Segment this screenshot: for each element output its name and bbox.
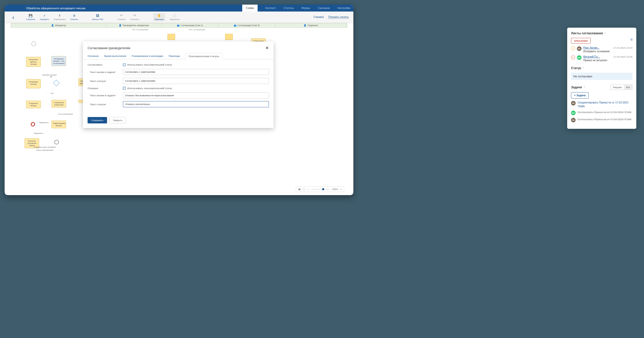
modal-tab-timing[interactable]: Время выполнения — [104, 53, 126, 59]
tab-statuses[interactable]: Статусы — [284, 7, 294, 9]
upload-icon: ⬆ — [58, 14, 61, 17]
select-icon: ⬚ — [173, 14, 176, 17]
rollback-button[interactable]: ⊘Откатить — [70, 14, 78, 20]
fit-icon[interactable]: ⛶ — [303, 188, 305, 191]
modal-close-button[interactable]: Закрыть — [109, 117, 126, 123]
sublane-label: Нет согласующих — [132, 28, 149, 31]
approved-btn-input[interactable] — [123, 69, 269, 75]
undo-button[interactable]: ↶Отменить — [117, 14, 126, 20]
close-icon[interactable]: ✕ — [265, 45, 269, 51]
select-mode-button[interactable]: ⬚Выделение — [170, 14, 180, 20]
bpmn-task[interactable]: Сохранить письмо — [26, 101, 41, 108]
check-icon: ✓ — [43, 14, 46, 17]
show-panel-link[interactable]: Показать панель — [328, 16, 349, 19]
edge-label: Завершить — [34, 132, 43, 134]
lane-initiator: Инициатор — [55, 24, 66, 27]
lane-approvers2: Согласующие (этап 2) — [238, 24, 260, 27]
rejected-section-label: Отказано — [88, 87, 123, 90]
zoom-out[interactable]: − — [308, 188, 309, 191]
modal-tab-transitions[interactable]: Переходы — [168, 53, 180, 59]
modal-save-button[interactable]: Сохранить — [88, 117, 107, 123]
group-icon: 👥 — [234, 24, 236, 27]
tab-scheme[interactable]: Схема — [242, 5, 258, 12]
check-button[interactable]: ✓Проверить — [40, 14, 49, 20]
sublane-label: Нет согласующих — [189, 28, 205, 31]
rollback-icon: ⊘ — [72, 14, 76, 17]
tab-forms[interactable]: Формы — [302, 7, 310, 9]
image-icon: 🖼 — [96, 14, 99, 17]
bpmn-end-event[interactable] — [31, 122, 35, 126]
modal-tab-calendar[interactable]: Планирование в календаре — [132, 53, 163, 59]
redo-icon: ↷ — [133, 14, 136, 17]
back-button[interactable]: ‹ — [12, 14, 14, 21]
bpmn-task[interactable] — [167, 34, 175, 40]
rejected-status-label: Текст статуса* — [88, 103, 123, 106]
redo-button[interactable]: ↷Повторить — [130, 14, 139, 20]
user-icon: 👤 — [51, 24, 54, 27]
rejected-btn-input[interactable] — [123, 92, 269, 99]
edge-label: Ожидание даты проверки — [34, 146, 56, 148]
approved-btn-label: Текст кнопки в задаче* — [88, 71, 123, 73]
help-link[interactable]: Справка — [314, 16, 324, 19]
approved-section-label: Согласовано — [88, 63, 123, 66]
lane-approvers1: Согласующие (этап 1) — [181, 24, 203, 27]
edge-label: Новое напоминание — [36, 149, 54, 151]
edge-label: На согласование — [58, 113, 73, 115]
bpmn-task[interactable]: Получение данных письма — [26, 57, 41, 67]
edge-label: Нет — [51, 92, 54, 94]
zoom-value: 105% — [332, 188, 338, 191]
bpmn-gateway[interactable] — [53, 80, 59, 86]
save-button[interactable]: 💾Сохранить — [26, 14, 35, 20]
bpmn-start-event[interactable] — [31, 41, 36, 46]
use-custom-label: Использовать пользовательский статус — [127, 63, 172, 66]
use-custom-label: Использовать пользовательский статус — [127, 87, 172, 90]
publish-button[interactable]: ⬆Опубликовать — [54, 14, 66, 20]
hand-icon: ✋ — [157, 14, 161, 17]
tab-scenarios[interactable]: Сценарии — [318, 7, 330, 9]
bpmn-task[interactable]: Исходящее письмо -> На согласовании — [51, 56, 66, 66]
rejected-status-input[interactable] — [123, 101, 269, 107]
lane-manager: Руководитель инициатора — [123, 24, 149, 27]
edge-label: Завершить — [39, 121, 49, 124]
modal-tab-custom[interactable]: Пользовательские статусы — [185, 53, 222, 59]
modal-title: Согласование руководителем — [88, 46, 130, 50]
tab-context[interactable]: Контекст — [265, 7, 276, 9]
user-icon: 👤 — [304, 24, 306, 27]
grid-icon[interactable]: ▦ — [298, 188, 301, 191]
rejected-checkbox[interactable]: ✓ — [123, 87, 126, 90]
edge-label: Да — [50, 75, 52, 78]
zoom-in[interactable]: + — [340, 188, 342, 191]
bpmn-task[interactable] — [225, 34, 233, 40]
edge-label: рировать письмо — [42, 74, 57, 76]
lane-signer: Подписант — [308, 24, 318, 27]
page-title: Обработка официального исходящего письма — [26, 7, 86, 10]
bpmn-task[interactable]: Генерация письма — [26, 79, 41, 88]
modal-tab-main[interactable]: Основное — [88, 53, 99, 59]
zoom-control[interactable]: ▦ ⛶ − 105% + — [296, 186, 344, 192]
undo-icon: ↶ — [120, 14, 123, 17]
bpmn-task[interactable]: Сохранение изменений — [51, 100, 66, 108]
group-icon: 👥 — [177, 24, 180, 27]
approved-status-label: Текст статуса* — [88, 80, 123, 82]
approved-status-input[interactable] — [123, 78, 269, 84]
bpmn-task[interactable]: Редактировать письмо — [51, 121, 66, 128]
approved-checkbox[interactable]: ✓ — [123, 64, 126, 66]
zoom-slider-thumb[interactable] — [322, 188, 324, 190]
nav-mode-button[interactable]: ✋Навигация — [153, 13, 165, 21]
rejected-btn-label: Текст кнопки в задаче* — [88, 94, 123, 97]
tab-settings[interactable]: Настройки — [337, 7, 350, 9]
save-icon: 💾 — [29, 14, 33, 17]
bpmn-timer-event[interactable] — [54, 140, 59, 144]
export-button[interactable]: 🖼Экспорт PNG — [92, 14, 103, 20]
user-icon: 👤 — [119, 24, 121, 27]
